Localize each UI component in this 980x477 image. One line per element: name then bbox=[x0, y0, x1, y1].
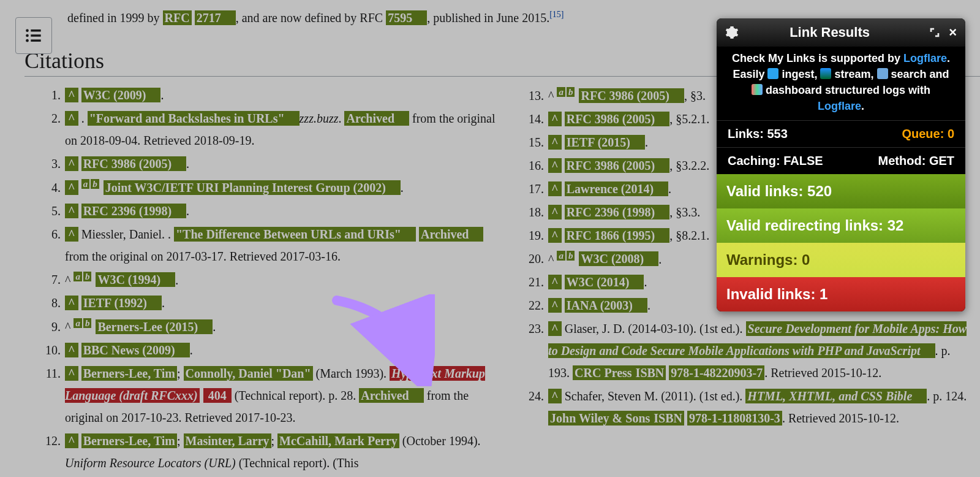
stream-icon bbox=[820, 68, 831, 79]
citation-item: ^ RFC 3986 (2005). bbox=[64, 153, 508, 175]
citation-link[interactable]: RFC 2396 (1998) bbox=[565, 205, 669, 219]
publisher-link[interactable]: CRC Press bbox=[573, 365, 634, 380]
publisher-link[interactable]: John Wiley & Sons bbox=[548, 411, 652, 425]
citation-link[interactable]: Lawrence (2014) bbox=[565, 181, 668, 196]
citation-link[interactable]: IANA (2003) bbox=[565, 298, 647, 313]
redirecting-links-bar[interactable]: Valid redirecting links: 32 bbox=[717, 208, 965, 243]
text: , §3. bbox=[684, 89, 706, 102]
rfc-link[interactable]: 7595 bbox=[386, 10, 427, 25]
backlink-caret[interactable]: ^ bbox=[548, 275, 562, 289]
valid-links-bar[interactable]: Valid links: 520 bbox=[717, 174, 965, 208]
citation-link[interactable]: RFC 3986 (2005) bbox=[81, 156, 186, 171]
backlink-caret[interactable]: ^ bbox=[65, 111, 78, 126]
backlink-b[interactable]: b bbox=[567, 87, 575, 97]
backlink-b[interactable]: b bbox=[567, 251, 575, 261]
backlink-caret[interactable]: ^ bbox=[548, 181, 562, 196]
isbn-link[interactable]: 978-1-48220903-7 bbox=[669, 365, 764, 380]
citation-link[interactable]: "The Difference Between URLs and URIs" bbox=[174, 227, 416, 242]
citation-link[interactable]: RFC 1866 (1995) bbox=[565, 228, 669, 243]
text: (October 1994). bbox=[399, 434, 481, 448]
backlink-b[interactable]: b bbox=[83, 318, 92, 328]
citation-link[interactable]: RFC 3986 (2005) bbox=[579, 88, 684, 103]
backlink-sup: ab bbox=[557, 87, 576, 97]
dashboard-icon bbox=[752, 84, 763, 95]
backlink-caret[interactable]: ^ bbox=[548, 389, 562, 403]
backlink-caret[interactable]: ^ bbox=[548, 112, 562, 126]
expand-icon[interactable] bbox=[928, 26, 941, 39]
text: . p. 124. bbox=[927, 389, 967, 403]
backlink-caret: ^ bbox=[548, 89, 554, 102]
citation-link[interactable]: W3C (1994) bbox=[96, 272, 175, 287]
citation-link[interactable]: W3C (2008) bbox=[579, 251, 658, 266]
citation-link[interactable]: Joint W3C/IETF URI Planning Interest Gro… bbox=[104, 180, 401, 195]
citation-link[interactable]: Berners-Lee (2015) bbox=[96, 319, 213, 334]
isbn-link[interactable]: 978-1-11808130-3 bbox=[687, 411, 782, 425]
backlink-caret[interactable]: ^ bbox=[65, 180, 78, 195]
backlink-caret[interactable]: ^ bbox=[548, 321, 562, 336]
citation-item: ^ Glaser, J. D. (2014-03-10). (1st ed.).… bbox=[547, 318, 968, 384]
isbn-label-link[interactable]: ISBN bbox=[634, 365, 666, 380]
backlink-caret[interactable]: ^ bbox=[65, 296, 78, 310]
backlink-caret[interactable]: ^ bbox=[65, 433, 78, 448]
citation-item: ^ BBC News (2009). bbox=[64, 339, 508, 361]
backlink-caret[interactable]: ^ bbox=[65, 366, 78, 381]
author-link[interactable]: Masinter, Larry bbox=[184, 433, 271, 448]
footnote-ref[interactable]: [15] bbox=[549, 10, 564, 19]
toc-toggle-button[interactable] bbox=[15, 17, 52, 54]
backlink-caret[interactable]: ^ bbox=[548, 158, 562, 173]
backlink-caret[interactable]: ^ bbox=[65, 88, 78, 102]
citation-item: ^ Miessler, Daniel. . "The Difference Be… bbox=[64, 223, 508, 267]
logflare-link[interactable]: Logflare bbox=[818, 100, 861, 112]
backlink-caret: ^ bbox=[65, 273, 70, 286]
citation-link[interactable]: RFC 3986 (2005) bbox=[565, 112, 669, 126]
gear-icon[interactable] bbox=[725, 26, 739, 39]
backlink-a[interactable]: a bbox=[557, 251, 565, 261]
rfc-link[interactable]: RFC bbox=[163, 10, 192, 25]
citation-link[interactable]: RFC 2396 (1998) bbox=[81, 204, 186, 218]
author-link[interactable]: Berners-Lee, Tim bbox=[81, 366, 177, 381]
close-icon[interactable]: × bbox=[949, 25, 957, 40]
invalid-links-bar[interactable]: Invalid links: 1 bbox=[717, 277, 965, 311]
backlink-a[interactable]: a bbox=[557, 87, 565, 97]
text: (1st ed.). bbox=[699, 322, 746, 335]
citations-column-left: ^ W3C (2009).^ . "Forward and Backslashe… bbox=[24, 84, 508, 475]
citation-link[interactable]: IETF (1992) bbox=[81, 296, 162, 310]
backlink-caret[interactable]: ^ bbox=[548, 135, 562, 150]
rfc-link[interactable]: 2717 bbox=[195, 10, 236, 25]
author-link[interactable]: McCahill, Mark Perry bbox=[277, 433, 399, 448]
warnings-bar[interactable]: Warnings: 0 bbox=[717, 243, 965, 277]
citation-link[interactable]: RFC 3986 (2005) bbox=[565, 158, 669, 173]
backlink-caret[interactable]: ^ bbox=[548, 298, 562, 313]
backlink-caret[interactable]: ^ bbox=[65, 227, 78, 242]
citation-link[interactable]: W3C (2009) bbox=[81, 88, 161, 102]
citation-link[interactable]: BBC News (2009) bbox=[81, 343, 190, 357]
title-link[interactable]: HTML, XHTML, and CSS Bible bbox=[745, 389, 927, 403]
backlink-a[interactable]: a bbox=[74, 318, 82, 328]
text: . bbox=[186, 204, 189, 218]
archived-link[interactable]: Archived bbox=[344, 111, 409, 126]
archived-link[interactable]: Archived bbox=[359, 388, 424, 403]
citation-link[interactable]: "Forward and Backslashes in URLs" bbox=[88, 111, 300, 126]
isbn-label-link[interactable]: ISBN bbox=[652, 411, 684, 425]
backlink-caret[interactable]: ^ bbox=[65, 343, 78, 357]
backlink-caret: ^ bbox=[548, 252, 554, 265]
citation-link[interactable]: IETF (2015) bbox=[565, 135, 645, 150]
logflare-link[interactable]: Logflare bbox=[903, 52, 947, 64]
archived-link[interactable]: Archived bbox=[419, 227, 484, 242]
text: . Retrieved 2015-10-12. bbox=[764, 366, 881, 380]
backlink-b[interactable]: b bbox=[91, 179, 99, 189]
author-link[interactable]: Connolly, Daniel "Dan" bbox=[184, 366, 313, 381]
backlink-b[interactable]: b bbox=[83, 272, 92, 281]
backlink-caret[interactable]: ^ bbox=[548, 228, 562, 243]
text: . bbox=[668, 182, 671, 196]
backlink-caret[interactable]: ^ bbox=[548, 205, 562, 219]
backlink-a[interactable]: a bbox=[81, 179, 90, 189]
text: Miessler, Daniel. bbox=[81, 227, 168, 241]
links-count: 553 bbox=[767, 127, 787, 140]
backlink-a[interactable]: a bbox=[74, 272, 82, 281]
backlink-caret[interactable]: ^ bbox=[65, 204, 78, 218]
backlink-caret[interactable]: ^ bbox=[65, 156, 78, 171]
author-link[interactable]: Berners-Lee, Tim bbox=[81, 433, 177, 448]
citation-link[interactable]: W3C (2014) bbox=[565, 275, 644, 289]
text: Glaser, J. D. (2014-03-10). bbox=[565, 322, 699, 335]
